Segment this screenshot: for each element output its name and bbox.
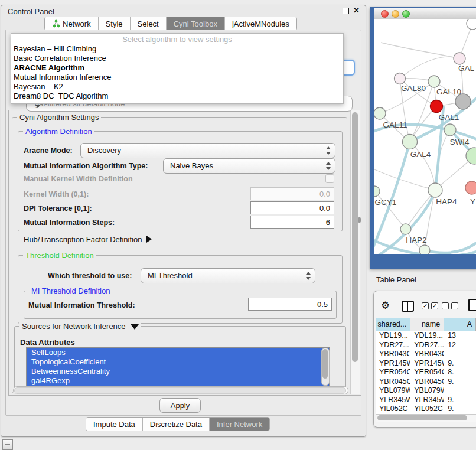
settings-horizontal-scrollbar-thumb[interactable] — [14, 387, 346, 394]
algorithm-option-bayesian-hill-climbing[interactable]: Bayesian – Hill Climbing — [11, 44, 343, 54]
tab-impute-data[interactable]: Impute Data — [86, 418, 143, 431]
column-header-shared-[interactable]: shared... — [376, 318, 410, 331]
mi-threshold-input[interactable] — [248, 298, 332, 311]
select-all-checkboxes-icon[interactable]: ✓ ✓ — [422, 302, 438, 309]
attribute-item-selfloops[interactable]: SelfLoops — [27, 348, 329, 357]
network-node-swi4[interactable] — [444, 124, 456, 136]
data-attributes-list[interactable]: SelfLoopsTopologicalCoefficientBetweenne… — [26, 347, 330, 386]
algorithm-option-dream8-dc-tdc-algorithm[interactable]: Dream8 DC_TDC Algorithm — [11, 92, 343, 101]
network-node[interactable] — [455, 94, 471, 109]
network-node[interactable] — [467, 19, 476, 30]
table-cell: YDR27... — [376, 341, 410, 350]
attribute-item-betweennesscentrality[interactable]: BetweennessCentrality — [27, 367, 329, 376]
node-label-gal10: GAL10 — [436, 87, 461, 96]
table-cell: 9. — [444, 377, 476, 387]
tab-cyni-toolbox-label: Cyni Toolbox — [174, 19, 217, 28]
settings-scrollbar-thumb[interactable] — [352, 112, 358, 362]
network-node-y[interactable] — [465, 181, 476, 194]
table-row[interactable]: YLR345WYLR345W9. — [376, 396, 476, 405]
close-panel-button[interactable]: ✕ — [353, 6, 360, 15]
splitter-handle[interactable] — [358, 217, 361, 223]
table-cell: YBL079W — [410, 386, 444, 396]
window-close-icon[interactable] — [381, 10, 389, 18]
expanded-arrow-icon — [131, 324, 139, 330]
table-row[interactable]: YDL19...YDL19...13 — [376, 331, 476, 341]
network-edge[interactable] — [410, 142, 435, 190]
node-label-gal1: GAL1 — [439, 113, 459, 122]
split-columns-icon[interactable] — [402, 301, 414, 312]
dpi-tolerance-input[interactable] — [250, 201, 334, 214]
network-node[interactable] — [419, 245, 430, 254]
tab-discretize-data-label: Discretize Data — [150, 420, 202, 429]
algorithm-option-bayesian-k2[interactable]: Bayesian – K2 — [11, 82, 343, 92]
network-node-gal80[interactable] — [395, 73, 406, 84]
table-row[interactable]: YIL052CYIL052C9. — [376, 405, 476, 414]
network-node-gcy1[interactable] — [374, 186, 380, 197]
checked-box-icon: ✓ — [422, 302, 429, 309]
table-cell: YDL19... — [410, 331, 444, 341]
network-canvas[interactable]: GALGAL80GAL10GAL1GAL11SWI4GAL4GCY1HAP4YH… — [374, 19, 476, 254]
table-row[interactable]: YBR043CYBR043C — [376, 350, 476, 359]
combo-stepper-icon — [325, 146, 331, 155]
algorithm-option-aracne-algorithm[interactable]: ARACNE Algorithm — [11, 63, 343, 73]
deselect-checkboxes-icon[interactable] — [442, 302, 458, 309]
network-node[interactable] — [466, 148, 476, 164]
node-label-gal11: GAL11 — [383, 120, 407, 129]
tab-discretize-data[interactable]: Discretize Data — [143, 418, 210, 431]
tab-jactivemnodules[interactable]: jActiveMNodules — [225, 17, 296, 30]
tab-style[interactable]: Style — [99, 17, 131, 30]
file-icon[interactable] — [468, 299, 476, 311]
kernel-width-input[interactable] — [250, 187, 334, 200]
table-settings-gear-icon[interactable]: ⚙ — [381, 299, 390, 312]
network-edge[interactable] — [400, 57, 459, 79]
network-window-titlebar[interactable] — [374, 8, 476, 19]
table-cell — [444, 386, 476, 396]
column-header-name[interactable]: name — [410, 318, 444, 331]
table-row[interactable]: YER054CYER054C8. — [376, 368, 476, 377]
attribute-item-topologicalcoefficient[interactable]: TopologicalCoefficient — [27, 357, 329, 367]
network-node-gal4[interactable] — [403, 135, 418, 149]
table-cell: 8. — [444, 368, 476, 377]
table-row[interactable]: YBR045CYBR045C9. — [376, 377, 476, 387]
attribute-item-gal4rgexp[interactable]: gal4RGexp — [27, 376, 329, 386]
hub-definition-toggle[interactable]: Hub/Transcription Factor Definition — [24, 235, 152, 244]
node-label-hap2: HAP2 — [406, 236, 426, 244]
network-edge[interactable] — [374, 168, 435, 190]
tab-cyni-toolbox[interactable]: Cyni Toolbox — [167, 17, 225, 30]
corner-grip-icon[interactable] — [2, 439, 13, 450]
table-row[interactable]: YPR145WYPR145W9. — [376, 359, 476, 369]
top-tab-bar: NetworkStyleSelectCyni ToolboxjActiveMNo… — [44, 17, 297, 31]
network-edge[interactable] — [374, 191, 406, 229]
which-threshold-combo[interactable]: MI Threshold — [141, 268, 315, 283]
network-node-hap2[interactable] — [400, 224, 411, 234]
column-header-a[interactable]: A — [444, 318, 476, 331]
window-zoom-icon[interactable] — [402, 10, 410, 18]
table-cell: 9. — [444, 405, 476, 414]
network-edge[interactable] — [425, 240, 476, 253]
network-node-gal11[interactable] — [374, 107, 386, 119]
tab-select[interactable]: Select — [131, 17, 167, 30]
mi-steps-input[interactable] — [250, 216, 334, 229]
apply-button[interactable]: Apply — [159, 398, 201, 413]
algorithm-option-mutual-information-inference[interactable]: Mutual Information Inference — [11, 73, 343, 82]
algorithm-option-basic-correlation-inference[interactable]: Basic Correlation Inference — [11, 54, 343, 63]
tab-infer-network[interactable]: Infer Network — [210, 418, 269, 431]
network-node-gal10[interactable] — [428, 76, 440, 87]
mi-type-combo[interactable]: Naive Bayes — [163, 158, 335, 174]
manual-kernel-checkbox[interactable] — [325, 174, 334, 183]
network-node-hap4[interactable] — [428, 183, 442, 197]
aracne-mode-combo[interactable]: Discovery — [80, 143, 335, 158]
attributes-list-scrollbar-thumb[interactable] — [322, 349, 328, 379]
table-horizontal-scrollbar-thumb[interactable] — [377, 415, 467, 420]
aracne-mode-label: Aracne Mode: — [24, 146, 73, 155]
table-row[interactable]: YDR27...YDR27...12 — [376, 341, 476, 350]
node-label-gcy1: GCY1 — [375, 198, 397, 207]
float-window-button[interactable] — [343, 8, 349, 14]
table-row[interactable]: YBL079WYBL079W — [376, 386, 476, 396]
network-node-gal[interactable] — [454, 53, 465, 64]
network-node-gal1[interactable] — [431, 100, 443, 113]
network-edge[interactable] — [381, 43, 459, 58]
window-minimize-icon[interactable] — [392, 10, 399, 18]
tab-network[interactable]: Network — [45, 17, 99, 30]
combo-stepper-icon — [305, 271, 311, 281]
